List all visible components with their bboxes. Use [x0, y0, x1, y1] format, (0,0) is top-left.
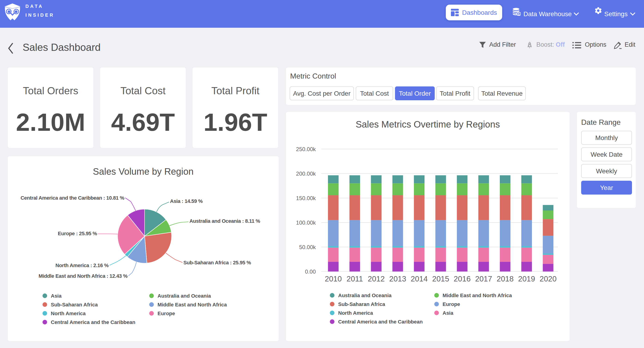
svg-text:2014: 2014	[411, 274, 428, 283]
svg-text:2019: 2019	[518, 274, 535, 283]
svg-text:2013: 2013	[389, 274, 406, 283]
svg-text:200.00k: 200.00k	[296, 171, 316, 177]
svg-text:150.00k: 150.00k	[296, 195, 316, 201]
svg-text:2016: 2016	[454, 274, 470, 283]
svg-text:250.00k: 250.00k	[296, 146, 316, 152]
svg-text:100.00k: 100.00k	[296, 219, 316, 226]
svg-text:2012: 2012	[368, 274, 384, 283]
svg-text:2010: 2010	[325, 274, 342, 283]
svg-text:2020: 2020	[540, 274, 556, 283]
svg-text:2015: 2015	[432, 274, 449, 283]
svg-text:2011: 2011	[346, 274, 363, 283]
svg-text:2018: 2018	[497, 274, 514, 283]
svg-text:0.00: 0.00	[305, 268, 316, 275]
svg-text:50.00k: 50.00k	[299, 244, 316, 250]
svg-text:2017: 2017	[475, 274, 492, 283]
